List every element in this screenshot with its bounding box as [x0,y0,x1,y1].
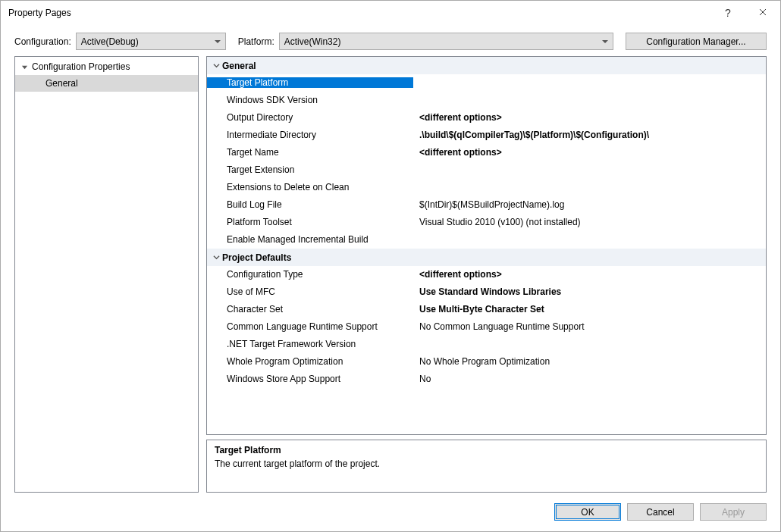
property-row[interactable]: Windows SDK Version [207,92,766,109]
property-label: Character Set [207,304,413,315]
chevron-down-icon [215,40,221,43]
help-icon: ? [725,7,731,19]
chevron-down-icon [602,40,608,43]
ok-button[interactable]: OK [554,503,621,521]
property-row[interactable]: Extensions to Delete on Clean [207,179,766,196]
chevron-down-icon [210,62,222,69]
property-label: Target Platform [207,77,413,88]
apply-label: Apply [722,507,745,518]
property-row[interactable]: Windows Store App SupportNo [207,371,766,388]
property-label: Build Log File [207,199,413,210]
property-row[interactable]: Build Log File$(IntDir)$(MSBuildProjectN… [207,196,766,214]
property-row[interactable]: Intermediate Directory.\build\$(qlCompil… [207,127,766,144]
property-value[interactable]: $(IntDir)$(MSBuildProjectName).log [413,199,766,210]
property-label: Configuration Type [207,269,413,280]
configuration-manager-button[interactable]: Configuration Manager... [626,33,767,50]
property-value[interactable]: No Whole Program Optimization [413,356,766,367]
property-value[interactable]: Visual Studio 2010 (v100) (not installed… [413,217,766,227]
window-title: Property Pages [8,8,710,18]
description-text: The current target platform of the proje… [215,458,758,469]
property-value[interactable]: .\build\$(qlCompilerTag)\$(Platform)\$(C… [413,130,766,140]
title-bar: Property Pages ? [1,1,780,25]
cancel-label: Cancel [646,507,674,518]
cancel-button[interactable]: Cancel [627,503,694,521]
platform-value: Active(Win32) [284,36,341,47]
chevron-down-icon [210,254,222,261]
tree-item-label: General [45,78,78,89]
configuration-label: Configuration: [14,36,71,47]
property-value[interactable]: <different options> [413,112,766,123]
configuration-combo[interactable]: Active(Debug) [76,33,226,50]
property-value[interactable]: No Common Language Runtime Support [413,321,766,332]
property-grid[interactable]: General Target PlatformWindows SDK Versi… [206,56,767,435]
property-row[interactable]: Configuration Type<different options> [207,266,766,283]
property-row[interactable]: Target Extension [207,161,766,179]
property-label: Common Language Runtime Support [207,321,413,332]
property-row[interactable]: Enable Managed Incremental Build [207,231,766,249]
property-label: Target Name [207,147,413,158]
description-panel: Target Platform The current target platf… [206,440,767,493]
group-general[interactable]: General [207,57,766,74]
platform-combo[interactable]: Active(Win32) [279,33,613,50]
tree-root[interactable]: Configuration Properties [15,58,198,75]
nav-tree[interactable]: Configuration Properties General [14,56,199,493]
property-label: Platform Toolset [207,217,413,227]
property-value[interactable]: <different options> [413,269,766,280]
configuration-bar: Configuration: Active(Debug) Platform: A… [1,25,780,56]
configuration-manager-label: Configuration Manager... [646,36,745,47]
group-label: Project Defaults [222,252,291,263]
help-button[interactable]: ? [710,2,745,24]
property-label: .NET Target Framework Version [207,339,413,349]
property-row[interactable]: Output Directory<different options> [207,109,766,127]
property-value[interactable]: No [413,374,766,384]
property-label: Whole Program Optimization [207,356,413,367]
property-label: Extensions to Delete on Clean [207,182,413,192]
property-label: Output Directory [207,112,413,123]
group-project-defaults[interactable]: Project Defaults [207,249,766,266]
property-panel: General Target PlatformWindows SDK Versi… [206,56,767,493]
caret-down-icon [20,62,29,71]
property-label: Windows SDK Version [207,95,413,105]
property-row[interactable]: Target Name<different options> [207,144,766,161]
description-title: Target Platform [215,445,758,455]
property-row[interactable]: Use of MFCUse Standard Windows Libraries [207,283,766,301]
property-label: Windows Store App Support [207,374,413,384]
property-label: Intermediate Directory [207,130,413,140]
property-label: Use of MFC [207,286,413,297]
group-label: General [222,61,256,71]
property-value[interactable]: Use Multi-Byte Character Set [413,304,766,315]
platform-label: Platform: [238,36,274,47]
tree-item-general[interactable]: General [15,75,198,92]
property-row[interactable]: Target Platform [207,74,766,92]
tree-root-label: Configuration Properties [32,61,130,72]
dialog-buttons: OK Cancel Apply [1,496,780,531]
property-row[interactable]: Character SetUse Multi-Byte Character Se… [207,301,766,318]
property-label: Target Extension [207,164,413,175]
configuration-value: Active(Debug) [81,36,139,47]
property-row[interactable]: Platform ToolsetVisual Studio 2010 (v100… [207,214,766,231]
close-button[interactable] [745,2,780,24]
property-value[interactable]: <different options> [413,147,766,158]
property-row[interactable]: Common Language Runtime SupportNo Common… [207,318,766,336]
apply-button[interactable]: Apply [700,503,767,521]
close-icon [759,8,767,18]
ok-label: OK [581,507,594,518]
property-label: Enable Managed Incremental Build [207,234,413,245]
property-row[interactable]: .NET Target Framework Version [207,336,766,353]
property-value[interactable]: Use Standard Windows Libraries [413,286,766,297]
main-area: Configuration Properties General General… [1,56,780,496]
property-row[interactable]: Whole Program OptimizationNo Whole Progr… [207,353,766,371]
